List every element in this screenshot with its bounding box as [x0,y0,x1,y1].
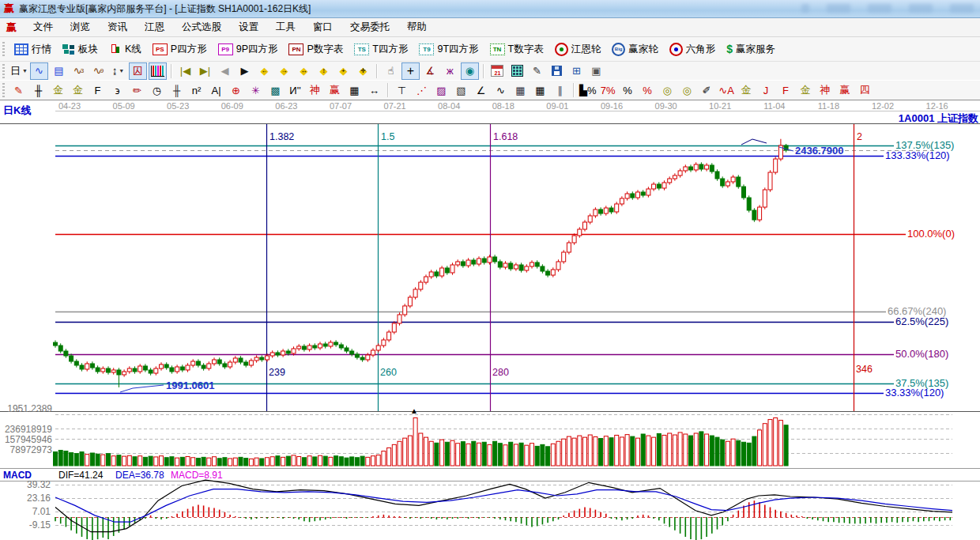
chart-graphics [0,0,980,540]
application-window: 赢 赢家江恩专业版[赢家内部服务平台] - [上证指数 SH1A0001-162… [0,0,980,540]
